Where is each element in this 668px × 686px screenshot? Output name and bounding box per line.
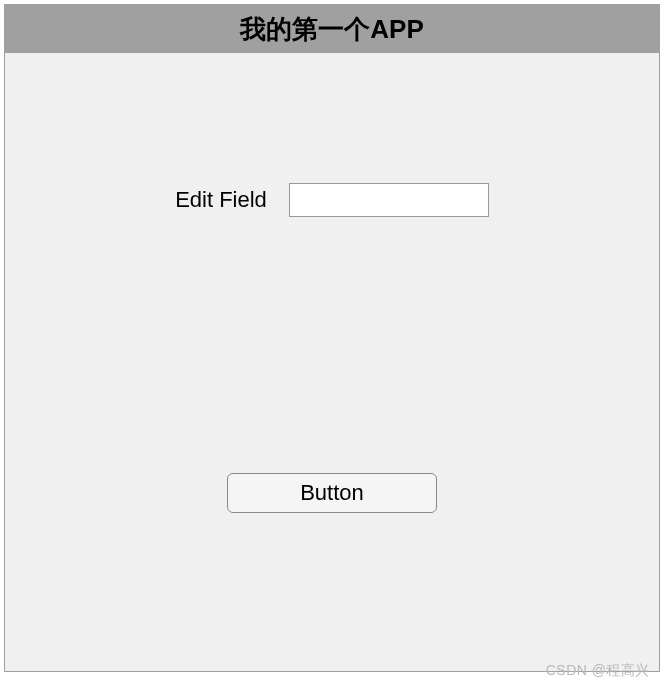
watermark: CSDN @程高兴 xyxy=(546,662,650,680)
button-row: Button xyxy=(5,473,659,513)
edit-field-row: Edit Field xyxy=(5,183,659,217)
main-button[interactable]: Button xyxy=(227,473,437,513)
titlebar: 我的第一个APP xyxy=(5,5,659,53)
app-title: 我的第一个APP xyxy=(240,12,423,47)
edit-field-input[interactable] xyxy=(289,183,489,217)
content-area: Edit Field Button xyxy=(5,53,659,671)
edit-field-label: Edit Field xyxy=(175,187,267,213)
app-window: 我的第一个APP Edit Field Button xyxy=(4,4,660,672)
